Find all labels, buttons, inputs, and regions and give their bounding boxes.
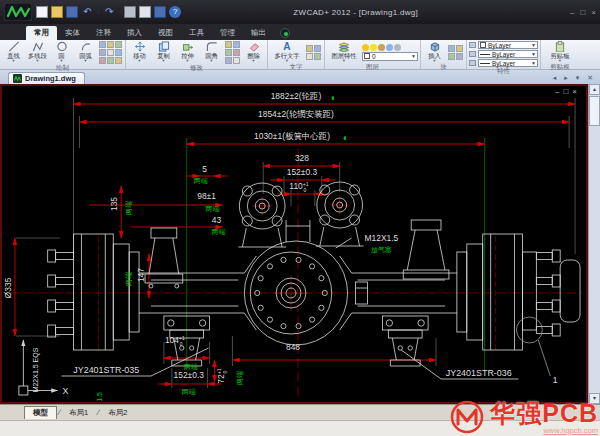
arc-button[interactable]: 圆弧▾ <box>74 41 97 64</box>
ribbon-tab-插入[interactable]: 插入 <box>119 26 150 40</box>
layer-state-icons[interactable] <box>362 44 418 51</box>
mdi-close-button[interactable]: × <box>572 87 581 96</box>
text-extra-tools[interactable] <box>306 41 321 63</box>
ribbon-tab-输出[interactable]: 输出 <box>243 26 274 40</box>
save-icon[interactable] <box>66 6 78 18</box>
layout-tabs: 模型/布局1/布局2 <box>24 406 136 419</box>
document-tab[interactable]: Drawing1.dwg <box>8 72 85 84</box>
property-value: ByLayer <box>492 51 515 58</box>
dim-label: 135 <box>109 197 119 211</box>
ribbon-tab-视图[interactable]: 视图 <box>150 26 181 40</box>
property-row: ByLayer▼ <box>469 50 538 58</box>
dim-label: 152±0.3 <box>173 370 204 380</box>
dim-label: 两端 <box>182 388 196 395</box>
stretch-button[interactable]: 拉伸▾ <box>176 41 199 64</box>
dim-label: 152±0.3 <box>287 167 318 177</box>
zwcad-logo-icon <box>4 3 32 21</box>
help-icon[interactable]: ? <box>169 6 181 18</box>
ribbon-tab-管理[interactable]: 管理 <box>212 26 243 40</box>
stretch-icon <box>182 41 194 52</box>
modify-extra-tools[interactable] <box>225 41 240 64</box>
publish-icon[interactable] <box>154 6 166 18</box>
mtext-button[interactable]: A 多行文字▾ <box>270 41 304 63</box>
tab-bar-controls[interactable]: ◂ ▸ ▾ ✕ <box>553 74 596 84</box>
circle-button[interactable]: 圆▾ <box>50 41 73 64</box>
panel-layers: 图层特性▾ 0 ▼ 图层 <box>325 40 421 69</box>
layer-thaw-icon[interactable] <box>370 44 377 51</box>
redo-icon[interactable]: ↷ <box>103 6 116 18</box>
dim-label: 两端 <box>125 201 132 215</box>
separator: · <box>97 8 100 17</box>
insert-block-button[interactable]: 插入▾ <box>423 41 446 63</box>
ribbon-tab-工具[interactable]: 工具 <box>181 26 212 40</box>
dim-label: 1854±2(轮辋安装距) <box>258 109 334 119</box>
copy-icon <box>158 41 170 52</box>
maximize-button[interactable]: □ <box>580 8 585 17</box>
draw-extra-tools[interactable] <box>99 41 122 64</box>
cad-drawing[interactable]: 1882±2(轮距)◐1854±2(轮辋安装距)1030±1(板簧中心距)◐32… <box>2 86 586 402</box>
move-button[interactable]: 移动▾ <box>128 41 151 64</box>
erase-button[interactable]: 擦除▾ <box>242 41 265 64</box>
fillet-button[interactable]: 圆角▾ <box>200 41 223 64</box>
layer-lock-icon[interactable] <box>378 44 385 51</box>
dim-label: 110+10 <box>289 181 308 193</box>
polyline-button[interactable]: 多线段▾ <box>26 41 49 64</box>
layers-icon <box>338 41 350 52</box>
linetype-dropdown[interactable]: ByLayer▼ <box>478 50 538 58</box>
chevron-down-icon: ▼ <box>531 51 536 57</box>
plot-icon[interactable] <box>124 6 136 18</box>
bolt-hole <box>258 276 263 281</box>
dimension-labels: 1882±2(轮距)◐1854±2(轮辋安装距)1030±1(板簧中心距)◐32… <box>3 91 558 402</box>
block-extra-tools[interactable] <box>448 41 463 63</box>
watermark: 华强PCB www.hqpcb.com <box>448 398 598 436</box>
circle-icon <box>56 41 68 52</box>
scrollbar-track[interactable] <box>589 126 600 393</box>
dim-label: 放气塞 <box>371 246 392 254</box>
dim-label: Ø335 <box>3 277 13 298</box>
dim-label: M22X1.5 EQS <box>32 347 40 392</box>
line-sample <box>480 54 490 55</box>
undo-icon[interactable]: ↶ <box>81 6 94 18</box>
ribbon-tabs: 常用实体注释插入视图工具管理输出 <box>26 26 274 40</box>
property-row: ByLayer▼ <box>469 59 538 67</box>
zwcad-menu-icon[interactable] <box>280 28 290 38</box>
line-sample <box>480 63 490 64</box>
scroll-up-icon[interactable]: ▴ <box>589 84 600 95</box>
minimize-button[interactable]: – <box>570 8 574 17</box>
dim-label: 328 <box>295 153 309 163</box>
separator: · <box>119 8 122 17</box>
document-tab-label: Drawing1.dwg <box>25 74 76 83</box>
layout-tab-布局2[interactable]: 布局2 <box>100 407 135 419</box>
drawing-viewport[interactable]: –□× <box>0 84 588 404</box>
ribbon-tab-实体[interactable]: 实体 <box>57 26 88 40</box>
layer-dropdown[interactable]: 0 ▼ <box>362 52 418 61</box>
vertical-scrollbar[interactable]: ▴ ▾ <box>588 84 600 404</box>
layout-tab-布局1[interactable]: 布局1 <box>61 407 96 419</box>
lineweight-dropdown[interactable]: ByLayer▼ <box>478 59 538 67</box>
layer-color-icon[interactable] <box>386 44 393 51</box>
ribbon-tab-常用[interactable]: 常用 <box>26 26 57 40</box>
chevron-down-icon: ▼ <box>411 53 416 59</box>
layout-tab-模型[interactable]: 模型 <box>24 406 57 419</box>
ribbon-tab-注释[interactable]: 注释 <box>88 26 119 40</box>
line-button[interactable]: 直线▾ <box>2 41 25 64</box>
color-dropdown[interactable]: ByLayer▼ <box>478 41 538 49</box>
mtext-icon: A <box>281 41 293 52</box>
polyline-icon <box>32 41 44 52</box>
dim-label: JY2401STR-036 <box>446 368 512 378</box>
scrollbar-thumb[interactable] <box>589 96 600 126</box>
open-file-icon[interactable] <box>51 6 63 18</box>
new-file-icon[interactable] <box>36 6 48 18</box>
layer-on-icon[interactable] <box>362 44 369 51</box>
preview-icon[interactable] <box>139 6 151 18</box>
layer-plot-icon[interactable] <box>394 44 401 51</box>
layer-properties-button[interactable]: 图层特性▾ <box>327 41 361 63</box>
layer-controls: 0 ▼ <box>362 41 418 63</box>
chevron-down-icon: ▼ <box>531 42 536 48</box>
copy-button[interactable]: 复制▾ <box>152 41 175 64</box>
dim-label: 两端 <box>236 371 243 385</box>
clipboard-button[interactable]: 剪贴板▾ <box>543 41 577 63</box>
close-button[interactable]: × <box>591 8 596 17</box>
panel-block: 插入▾ 块 <box>421 40 467 69</box>
mdi-restore-button[interactable]: □ <box>563 87 572 96</box>
